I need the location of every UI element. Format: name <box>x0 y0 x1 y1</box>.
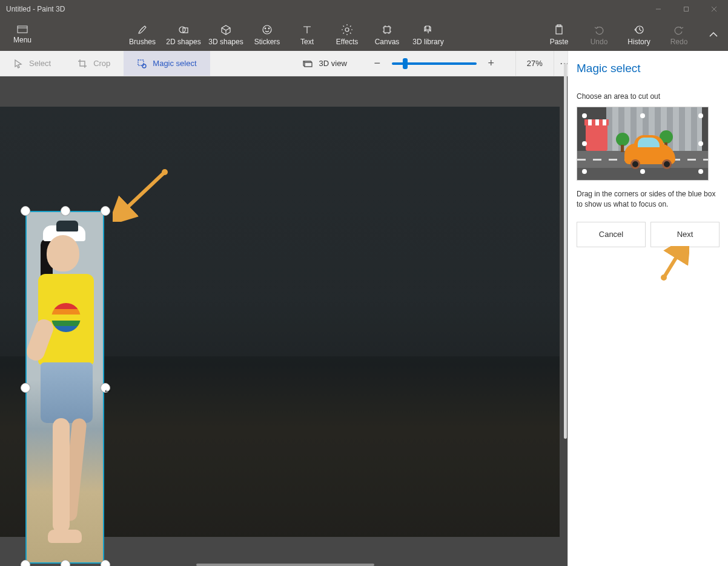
svg-line-20 <box>664 252 680 278</box>
magic-select-tool[interactable]: Magic select <box>124 51 210 76</box>
svg-rect-4 <box>18 26 27 33</box>
selection-handle-bottom-right[interactable] <box>101 560 110 566</box>
selection-handle-bottom-left[interactable] <box>21 560 30 566</box>
tab-text[interactable]: Text <box>287 18 327 51</box>
library-icon <box>422 24 434 36</box>
window-title: Untitled - Paint 3D <box>6 5 65 13</box>
magic-select-icon <box>137 59 147 68</box>
tab-brushes[interactable]: Brushes <box>122 18 162 51</box>
tab-2d-shapes[interactable]: 2D shapes <box>162 18 205 51</box>
tab-effects[interactable]: Effects <box>327 18 367 51</box>
person-preview <box>35 217 95 556</box>
undo-button[interactable]: Undo <box>579 18 619 51</box>
tab-canvas[interactable]: Canvas <box>367 18 407 51</box>
tab-label: 3D shapes <box>208 38 243 46</box>
maximize-button[interactable] <box>672 0 700 18</box>
zoom-out-button[interactable]: − <box>371 58 383 70</box>
tab-label: Brushes <box>129 38 156 46</box>
cancel-button[interactable]: Cancel <box>577 222 646 247</box>
tab-3d-library[interactable]: 3D library <box>407 18 449 51</box>
tab-label: Canvas <box>375 38 400 46</box>
menu-button[interactable]: Menu <box>0 18 45 51</box>
tab-label: 2D shapes <box>166 38 200 46</box>
close-button[interactable] <box>700 0 728 18</box>
svg-point-11 <box>345 28 349 32</box>
expand-ribbon-button[interactable] <box>699 18 728 51</box>
panel-scrollbar[interactable] <box>564 63 567 439</box>
svg-rect-13 <box>556 26 562 34</box>
tab-stickers[interactable]: Stickers <box>247 18 287 51</box>
sticker-icon <box>261 24 273 36</box>
svg-point-10 <box>268 28 270 29</box>
undo-label: Undo <box>591 38 608 46</box>
tutorial-arrow-next <box>659 246 689 282</box>
crop-icon <box>78 59 87 68</box>
view-3d-toggle[interactable]: 3D view <box>302 51 347 76</box>
select-tool[interactable]: Select <box>0 51 64 76</box>
horizontal-scrollbar[interactable] <box>196 564 374 566</box>
panel-illustration <box>577 107 709 181</box>
svg-rect-12 <box>384 27 390 33</box>
history-icon <box>633 24 645 36</box>
undo-icon <box>593 24 605 36</box>
zoom-in-button[interactable]: + <box>485 58 497 70</box>
selection-handle-left[interactable] <box>21 383 30 393</box>
paste-icon <box>553 24 565 36</box>
chevron-up-icon <box>709 32 718 38</box>
panel-hint: Choose an area to cut out <box>577 92 720 101</box>
redo-label: Redo <box>670 38 688 46</box>
brush-icon <box>136 24 148 36</box>
panel-description: Drag in the corners or sides of the blue… <box>577 189 720 210</box>
text-icon <box>301 24 313 36</box>
resize-cursor-icon: ↔ <box>103 385 113 396</box>
zoom-percent[interactable]: 27% <box>515 51 554 76</box>
side-panel: Magic select Choose an area to cut out D… <box>568 51 728 566</box>
canvas-icon <box>381 24 393 36</box>
effects-icon <box>341 24 353 36</box>
paste-label: Paste <box>550 38 569 46</box>
menu-label: Menu <box>13 36 31 44</box>
selection-handle-top-left[interactable] <box>21 206 30 216</box>
svg-point-9 <box>265 28 266 29</box>
redo-icon <box>673 24 685 36</box>
shapes-2d-icon <box>177 24 190 36</box>
tab-label: Stickers <box>254 38 280 46</box>
history-label: History <box>627 38 650 46</box>
tab-label: 3D library <box>412 38 443 46</box>
panel-title: Magic select <box>577 62 720 75</box>
tab-label: Text <box>300 38 314 46</box>
tutorial-arrow-selection <box>113 167 173 222</box>
svg-point-19 <box>162 169 168 175</box>
svg-point-17 <box>142 64 146 68</box>
select-label: Select <box>29 59 51 68</box>
crop-label: Crop <box>93 59 110 68</box>
redo-button[interactable]: Redo <box>659 18 699 51</box>
svg-point-21 <box>661 275 667 281</box>
ribbon: Menu Brushes 2D shapes 3D shapes Sticker… <box>0 18 728 51</box>
minimize-button[interactable] <box>644 0 672 18</box>
shapes-3d-icon <box>220 24 232 36</box>
svg-point-8 <box>263 25 271 34</box>
svg-line-18 <box>124 172 165 211</box>
selection-handle-top-right[interactable] <box>101 206 110 216</box>
workspace: ↔ <box>0 76 568 566</box>
next-button[interactable]: Next <box>650 222 720 247</box>
tab-3d-shapes[interactable]: 3D shapes <box>205 18 247 51</box>
view-3d-icon <box>302 59 313 68</box>
magic-select-area[interactable] <box>25 211 104 564</box>
history-button[interactable]: History <box>619 18 659 51</box>
cursor-icon <box>13 59 23 68</box>
selection-handle-top[interactable] <box>61 206 70 216</box>
tab-label: Effects <box>336 38 358 46</box>
view-3d-label: 3D view <box>319 59 347 68</box>
crop-tool[interactable]: Crop <box>64 51 124 76</box>
magic-select-label: Magic select <box>153 59 196 68</box>
zoom-slider[interactable] <box>392 62 477 65</box>
svg-rect-1 <box>684 7 689 12</box>
titlebar: Untitled - Paint 3D <box>0 0 728 18</box>
selection-handle-bottom[interactable] <box>61 560 70 566</box>
paste-button[interactable]: Paste <box>539 18 579 51</box>
